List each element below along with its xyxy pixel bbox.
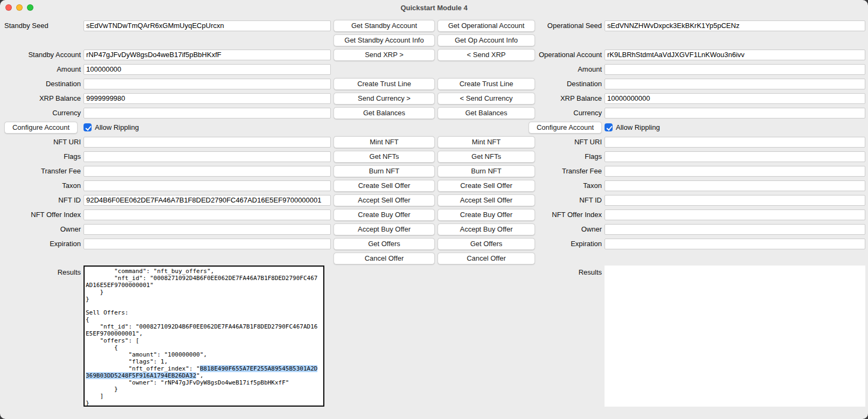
operational-transfer-fee-label: Transfer Fee	[562, 167, 602, 175]
operational-get-nfts-button[interactable]: Get NFTs	[438, 151, 535, 163]
standby-currency-field[interactable]	[84, 108, 331, 118]
standby-results-label: Results	[58, 266, 81, 276]
operational-owner-field[interactable]	[605, 224, 865, 235]
operational-account-field[interactable]	[605, 50, 865, 60]
get-op-account-info-button[interactable]: Get Op Account Info	[438, 34, 535, 46]
operational-accept-buy-offer-button[interactable]: Accept Buy Offer	[438, 224, 535, 235]
send-currency-left-button[interactable]: < Send Currency	[438, 93, 535, 104]
operational-amount-field[interactable]	[605, 64, 865, 75]
operational-results-box[interactable]	[605, 266, 865, 407]
get-standby-account-button[interactable]: Get Standby Account	[334, 20, 435, 32]
operational-cancel-offer-button[interactable]: Cancel Offer	[438, 253, 535, 264]
titlebar: Quickstart Module 4	[0, 0, 868, 15]
standby-allow-rippling-checkbox[interactable]	[84, 123, 92, 131]
operational-get-offers-button[interactable]: Get Offers	[438, 238, 535, 250]
standby-create-buy-offer-button[interactable]: Create Buy Offer	[334, 209, 435, 221]
operational-destination-label: Destination	[567, 80, 602, 88]
standby-nft-id-label: NFT ID	[58, 196, 81, 204]
operational-nft-offer-index-field[interactable]	[605, 210, 865, 220]
standby-owner-label: Owner	[60, 225, 81, 233]
standby-expiration-field[interactable]	[84, 239, 331, 249]
standby-get-nfts-button[interactable]: Get NFTs	[334, 151, 435, 163]
operational-transfer-fee-field[interactable]	[605, 166, 865, 177]
standby-burn-nft-button[interactable]: Burn NFT	[334, 165, 435, 177]
operational-create-trust-line-button[interactable]: Create Trust Line	[438, 78, 535, 90]
operational-nft-offer-index-label: NFT Offer Index	[552, 211, 602, 219]
standby-flags-field[interactable]	[84, 151, 331, 162]
operational-configure-account-button[interactable]: Configure Account	[529, 122, 602, 134]
standby-get-balances-button[interactable]: Get Balances	[334, 107, 435, 119]
app-window: Quickstart Module 4 Standby Seed Get Sta…	[0, 0, 868, 419]
traffic-lights	[5, 0, 33, 15]
standby-accept-sell-offer-button[interactable]: Accept Sell Offer	[334, 194, 435, 206]
standby-taxon-label: Taxon	[62, 181, 81, 190]
get-operational-account-button[interactable]: Get Operational Account	[438, 20, 535, 32]
operational-allow-rippling: Allow Rippling	[605, 123, 865, 131]
standby-mint-nft-button[interactable]: Mint NFT	[334, 136, 435, 148]
close-button[interactable]	[5, 4, 12, 11]
main-form: Standby Seed Get Standby Account Get Ope…	[0, 15, 868, 407]
operational-create-sell-offer-button[interactable]: Create Sell Offer	[438, 180, 535, 192]
standby-seed-field[interactable]	[84, 20, 331, 31]
standby-amount-field[interactable]	[84, 64, 331, 75]
operational-nft-uri-label: NFT URI	[574, 138, 602, 146]
operational-results-text	[605, 266, 865, 267]
operational-mint-nft-button[interactable]: Mint NFT	[438, 136, 535, 148]
operational-destination-field[interactable]	[605, 79, 865, 89]
operational-currency-field[interactable]	[605, 108, 865, 118]
operational-account-label: Operational Account	[539, 51, 602, 59]
standby-accept-buy-offer-button[interactable]: Accept Buy Offer	[334, 224, 435, 235]
standby-nft-id-field[interactable]	[84, 195, 331, 206]
operational-amount-label: Amount	[578, 65, 602, 73]
operational-create-buy-offer-button[interactable]: Create Buy Offer	[438, 209, 535, 221]
standby-create-sell-offer-button[interactable]: Create Sell Offer	[334, 180, 435, 192]
operational-xrp-balance-field[interactable]	[605, 93, 865, 104]
standby-destination-field[interactable]	[84, 79, 331, 89]
standby-allow-rippling: Allow Rippling	[84, 123, 331, 131]
operational-get-balances-button[interactable]: Get Balances	[438, 107, 535, 119]
operational-nft-id-field[interactable]	[605, 195, 865, 206]
operational-nft-id-label: NFT ID	[579, 196, 602, 204]
standby-transfer-fee-label: Transfer Fee	[41, 167, 81, 175]
send-xrp-right-button[interactable]: Send XRP >	[334, 49, 435, 61]
operational-burn-nft-button[interactable]: Burn NFT	[438, 165, 535, 177]
operational-nft-uri-field[interactable]	[605, 137, 865, 148]
standby-configure-account-button[interactable]: Configure Account	[4, 122, 78, 134]
minimize-button[interactable]	[16, 4, 23, 11]
standby-results-text: "command": "nft_buy_offers", "nft_id": "…	[85, 267, 323, 407]
operational-currency-label: Currency	[573, 109, 602, 117]
standby-nft-uri-field[interactable]	[84, 137, 331, 148]
get-standby-account-info-button[interactable]: Get Standby Account Info	[334, 34, 435, 46]
operational-seed-field[interactable]	[605, 20, 865, 31]
standby-xrp-balance-label: XRP Balance	[39, 94, 81, 102]
operational-seed-label: Operational Seed	[547, 22, 602, 30]
standby-owner-field[interactable]	[84, 224, 331, 235]
standby-xrp-balance-field[interactable]	[84, 93, 331, 104]
standby-nft-offer-index-field[interactable]	[84, 210, 331, 220]
standby-create-trust-line-button[interactable]: Create Trust Line	[334, 78, 435, 90]
standby-get-offers-button[interactable]: Get Offers	[334, 238, 435, 250]
standby-allow-rippling-label: Allow Rippling	[95, 123, 139, 131]
standby-account-field[interactable]	[84, 50, 331, 60]
standby-flags-label: Flags	[64, 152, 81, 160]
operational-results-label: Results	[579, 266, 602, 276]
standby-currency-label: Currency	[52, 109, 81, 117]
standby-account-label: Standby Account	[28, 51, 81, 59]
operational-owner-label: Owner	[581, 225, 602, 233]
operational-accept-sell-offer-button[interactable]: Accept Sell Offer	[438, 194, 535, 206]
zoom-button[interactable]	[27, 4, 33, 11]
standby-destination-label: Destination	[46, 80, 81, 88]
operational-allow-rippling-checkbox[interactable]	[605, 123, 613, 131]
operational-expiration-label: Expiration	[571, 240, 602, 248]
operational-taxon-field[interactable]	[605, 180, 865, 191]
standby-results-box[interactable]: "command": "nft_buy_offers", "nft_id": "…	[84, 266, 324, 407]
standby-nft-offer-index-label: NFT Offer Index	[31, 211, 81, 219]
operational-expiration-field[interactable]	[605, 239, 865, 249]
standby-cancel-offer-button[interactable]: Cancel Offer	[334, 253, 435, 264]
standby-taxon-field[interactable]	[84, 180, 331, 191]
standby-transfer-fee-field[interactable]	[84, 166, 331, 177]
operational-flags-field[interactable]	[605, 151, 865, 162]
operational-flags-label: Flags	[585, 152, 602, 160]
send-currency-right-button[interactable]: Send Currency >	[334, 93, 435, 104]
send-xrp-left-button[interactable]: < Send XRP	[438, 49, 535, 61]
